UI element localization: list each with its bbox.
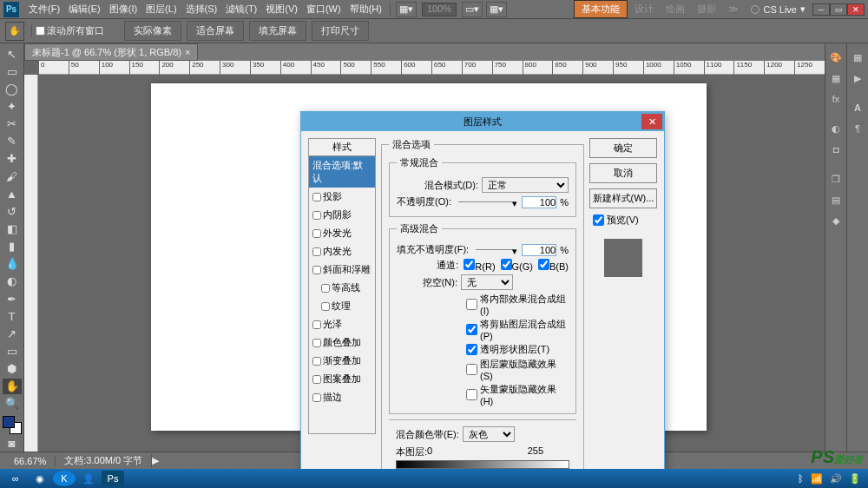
preview-checkbox[interactable]: 预览(V): [589, 214, 657, 227]
style-satin[interactable]: 光泽: [309, 315, 375, 333]
blend-interior-checkbox[interactable]: [466, 299, 477, 310]
crop-tool[interactable]: ✂: [3, 116, 22, 132]
opacity-input[interactable]: [522, 196, 556, 208]
workspace-essentials[interactable]: 基本功能: [574, 0, 628, 18]
menu-filter[interactable]: 滤镜(T): [221, 0, 261, 18]
taskbar-app-4[interactable]: 👤: [77, 471, 100, 486]
tab-close-icon[interactable]: ×: [185, 47, 190, 57]
channels-panel-icon[interactable]: ▤: [827, 191, 845, 208]
current-tool-icon[interactable]: ✋: [5, 22, 24, 41]
menu-view[interactable]: 视图(V): [261, 0, 302, 18]
zoom-tool[interactable]: 🔍: [3, 396, 22, 412]
eyedropper-tool[interactable]: ✎: [3, 134, 22, 149]
print-size-button[interactable]: 打印尺寸: [312, 21, 369, 41]
knockout-select[interactable]: 无: [461, 274, 513, 290]
zoom-input[interactable]: 100%: [422, 3, 457, 16]
paths-panel-icon[interactable]: ◆: [827, 212, 845, 229]
style-stroke[interactable]: 描边: [309, 388, 375, 406]
actions-panel-icon[interactable]: ▶: [849, 69, 866, 87]
wand-tool[interactable]: ✦: [3, 98, 22, 114]
tray-bluetooth-icon[interactable]: ᛒ: [798, 473, 804, 484]
layer-mask-hides-checkbox[interactable]: [466, 364, 477, 375]
workspace-painting[interactable]: 绘画: [661, 1, 690, 17]
paragraph-panel-icon[interactable]: ¶: [849, 120, 866, 137]
tray-battery-icon[interactable]: 🔋: [849, 473, 861, 485]
vector-mask-hides-checkbox[interactable]: [466, 389, 477, 400]
style-gradient-overlay[interactable]: 渐变叠加: [309, 352, 375, 370]
style-contour[interactable]: 等高线: [309, 279, 375, 297]
style-inner-glow[interactable]: 内发光: [309, 242, 375, 260]
styles-panel-icon[interactable]: fx: [827, 90, 845, 108]
foreground-color[interactable]: [3, 416, 15, 428]
lasso-tool[interactable]: ◯: [3, 81, 22, 96]
workspace-more[interactable]: ≫: [723, 2, 744, 16]
adjustments-panel-icon[interactable]: ◐: [827, 120, 845, 137]
menu-window[interactable]: 窗口(W): [302, 0, 345, 18]
style-pattern-overlay[interactable]: 图案叠加: [309, 370, 375, 388]
fill-screen-button[interactable]: 填充屏幕: [249, 21, 306, 41]
menu-help[interactable]: 帮助(H): [345, 0, 386, 18]
scroll-all-checkbox[interactable]: 滚动所有窗口: [36, 24, 104, 37]
taskbar-photoshop[interactable]: Ps: [102, 471, 124, 486]
blend-clipped-checkbox[interactable]: [466, 324, 477, 335]
menu-select[interactable]: 选择(S): [181, 0, 222, 18]
style-drop-shadow[interactable]: 投影: [309, 188, 375, 206]
healing-tool[interactable]: ✚: [3, 151, 22, 167]
window-close[interactable]: ✕: [847, 3, 865, 16]
screen-mode-dropdown[interactable]: ▭▾: [462, 2, 483, 17]
move-tool[interactable]: ↖: [3, 46, 22, 62]
style-blending-options[interactable]: 混合选项:默认: [309, 156, 375, 188]
channel-b-checkbox[interactable]: B(B): [538, 259, 569, 272]
style-color-overlay[interactable]: 颜色叠加: [309, 333, 375, 352]
status-zoom[interactable]: 66.67%: [5, 456, 56, 466]
menu-image[interactable]: 图像(I): [105, 0, 141, 18]
actual-pixels-button[interactable]: 实际像素: [124, 21, 181, 41]
new-style-button[interactable]: 新建样式(W)...: [589, 188, 657, 208]
ok-button[interactable]: 确定: [589, 138, 657, 158]
pen-tool[interactable]: ✒: [3, 291, 22, 307]
blend-if-select[interactable]: 灰色: [463, 426, 515, 442]
menu-edit[interactable]: 编辑(E): [64, 0, 105, 18]
fill-opacity-input[interactable]: [522, 244, 556, 256]
shape-tool[interactable]: ▭: [3, 343, 22, 359]
blur-tool[interactable]: 💧: [3, 256, 22, 272]
character-panel-icon[interactable]: A: [849, 99, 866, 116]
history-panel-icon[interactable]: ▦: [849, 49, 866, 66]
document-tab[interactable]: 未标题-1 @ 66.7% (形状 1, RGB/8)×: [24, 43, 198, 61]
channel-r-checkbox[interactable]: R(R): [464, 259, 495, 272]
quickmask-tool[interactable]: ◙: [3, 435, 22, 451]
marquee-tool[interactable]: ▭: [3, 63, 22, 79]
history-brush-tool[interactable]: ↺: [3, 203, 22, 219]
blend-mode-select[interactable]: 正常: [482, 177, 569, 193]
swatches-panel-icon[interactable]: ▦: [827, 69, 845, 87]
workspace-design[interactable]: 设计: [629, 1, 659, 17]
3d-tool[interactable]: ⬢: [3, 361, 22, 377]
taskbar-chrome[interactable]: ◉: [29, 471, 51, 486]
taskbar-app-1[interactable]: ∞: [4, 471, 27, 486]
color-swatches[interactable]: [3, 416, 22, 434]
dialog-title-bar[interactable]: 图层样式 ✕: [301, 112, 664, 131]
arrange-dropdown[interactable]: ▦▾: [396, 2, 417, 17]
stamp-tool[interactable]: ▲: [3, 186, 22, 201]
fit-screen-button[interactable]: 适合屏幕: [187, 21, 244, 41]
layers-panel-icon[interactable]: ❐: [827, 170, 845, 188]
eraser-tool[interactable]: ◧: [3, 221, 22, 236]
tray-network-icon[interactable]: 📶: [811, 473, 823, 485]
type-tool[interactable]: T: [3, 308, 22, 324]
style-inner-shadow[interactable]: 内阴影: [309, 206, 375, 224]
tray-volume-icon[interactable]: 🔊: [830, 473, 842, 485]
this-layer-slider[interactable]: [396, 460, 569, 469]
gradient-tool[interactable]: ▮: [3, 239, 22, 254]
channel-g-checkbox[interactable]: G(G): [501, 259, 533, 272]
extras-dropdown[interactable]: ▦▾: [486, 2, 507, 17]
cslive-button[interactable]: CS Live▾: [746, 3, 811, 15]
style-texture[interactable]: 纹理: [309, 297, 375, 315]
workspace-photography[interactable]: 摄影: [692, 1, 721, 17]
style-bevel[interactable]: 斜面和浮雕: [309, 260, 375, 279]
path-tool[interactable]: ↗: [3, 326, 22, 341]
status-doc-size[interactable]: 文档:3.00M/0 字节: [56, 454, 152, 467]
status-arrow-icon[interactable]: ▶: [152, 455, 159, 466]
style-outer-glow[interactable]: 外发光: [309, 224, 375, 242]
menu-layer[interactable]: 图层(L): [141, 0, 181, 18]
window-minimize[interactable]: ─: [812, 3, 830, 16]
